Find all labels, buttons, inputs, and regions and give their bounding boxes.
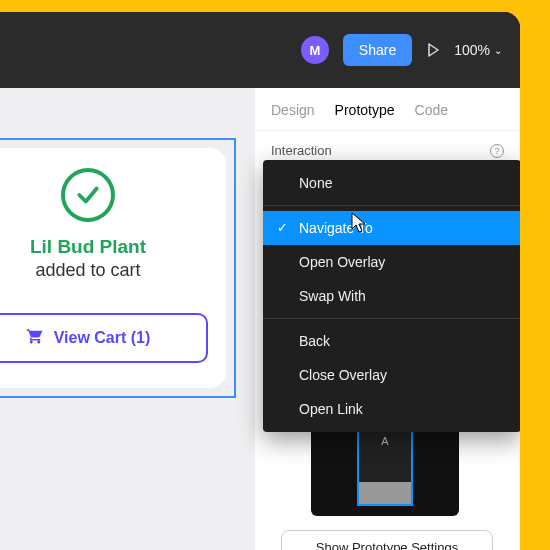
dd-item-open-overlay[interactable]: Open Overlay [263, 245, 520, 279]
view-cart-label: View Cart (1) [54, 329, 151, 347]
cart-icon [26, 327, 44, 349]
dd-item-swap-with[interactable]: Swap With [263, 279, 520, 313]
selected-frame[interactable]: Lil Bud Plant added to cart View Cart (1… [0, 138, 236, 398]
tab-design[interactable]: Design [271, 102, 315, 118]
added-to-cart-text: added to cart [35, 260, 140, 281]
interaction-dropdown: None Navigate To Open Overlay Swap With … [263, 160, 520, 432]
help-icon[interactable]: ? [490, 144, 504, 158]
product-name: Lil Bud Plant [30, 236, 146, 258]
dd-item-close-overlay[interactable]: Close Overlay [263, 358, 520, 392]
canvas-area[interactable]: odal Lil Bud Plant added to cart View Ca… [0, 88, 255, 550]
dd-divider [263, 205, 520, 206]
zoom-control[interactable]: 100% ⌄ [454, 42, 502, 58]
avatar[interactable]: M [301, 36, 329, 64]
preview-frame-b [359, 482, 411, 504]
play-icon[interactable] [426, 43, 440, 57]
panel-tabs: Design Prototype Code [255, 88, 520, 131]
tab-code[interactable]: Code [415, 102, 448, 118]
success-check-icon [61, 168, 115, 222]
modal-card: Lil Bud Plant added to cart View Cart (1… [0, 148, 226, 388]
dd-item-back[interactable]: Back [263, 324, 520, 358]
top-toolbar: M Share 100% ⌄ [0, 12, 520, 88]
show-prototype-settings-button[interactable]: Show Prototype Settings [281, 530, 493, 550]
dd-item-none[interactable]: None [263, 166, 520, 200]
right-panel: Design Prototype Code Interaction ? None… [255, 88, 520, 550]
dd-item-navigate-to[interactable]: Navigate To [263, 211, 520, 245]
dd-divider [263, 318, 520, 319]
dd-item-open-link[interactable]: Open Link [263, 392, 520, 426]
chevron-down-icon: ⌄ [494, 45, 502, 56]
app-window: M Share 100% ⌄ odal Lil Bud Plant added … [0, 12, 520, 550]
tab-prototype[interactable]: Prototype [335, 102, 395, 118]
zoom-value: 100% [454, 42, 490, 58]
share-button[interactable]: Share [343, 34, 412, 66]
interaction-label: Interaction [271, 143, 332, 158]
view-cart-button[interactable]: View Cart (1) [0, 313, 208, 363]
